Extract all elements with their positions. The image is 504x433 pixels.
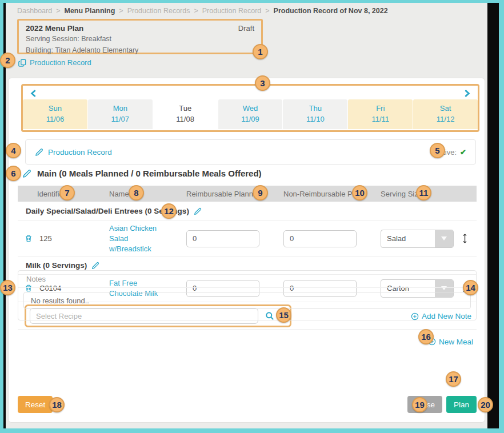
annotation-badge-13: 13: [0, 280, 15, 295]
new-meal-button[interactable]: New Meal: [428, 338, 473, 346]
annotation-badge-12: 12: [161, 203, 177, 219]
day-name: Sun: [23, 103, 87, 114]
annotation-badge-1: 1: [253, 44, 268, 59]
breadcrumb-production-record[interactable]: Production Record: [202, 7, 262, 15]
serving-size-select[interactable]: Salad: [381, 230, 454, 248]
notes-title: Notes: [18, 271, 476, 288]
page: { "breadcrumb": { "separator": ">", "ite…: [0, 0, 504, 433]
day-date: 11/10: [283, 114, 347, 125]
breadcrumb-production-records[interactable]: Production Records: [127, 7, 190, 15]
breadcrumb-separator: >: [119, 7, 123, 15]
serving-size-value: Salad: [381, 234, 435, 243]
delete-row-icon[interactable]: [25, 234, 33, 243]
new-meal-row: New Meal: [18, 330, 477, 346]
new-meal-label: New Meal: [439, 338, 473, 346]
annotation-badge-3: 3: [255, 75, 270, 91]
day-name: Tue: [153, 103, 218, 114]
meals-table: Identifier Name Reimbursable Planned Non…: [18, 186, 477, 346]
annotation-badge-7: 7: [59, 185, 75, 201]
copy-icon: [18, 59, 26, 67]
day-tab-tue-selected[interactable]: Tue 11/08: [153, 99, 218, 129]
notes-empty-message: No results found..: [23, 292, 471, 309]
production-record-bar: Production Record Active: ✔: [25, 139, 476, 165]
annotation-badge-19: 19: [412, 397, 427, 412]
annotation-badge-6: 6: [6, 166, 21, 181]
annotation-badge-17: 17: [446, 371, 461, 387]
column-header-identifier: Identifier: [18, 190, 92, 198]
table-row: 125 Asian Chicken Salad w/Breadstick Sal…: [18, 221, 477, 256]
breadcrumb-dashboard[interactable]: Dashboard: [17, 7, 52, 15]
reset-button[interactable]: Reset: [18, 396, 53, 413]
pencil-icon[interactable]: [194, 207, 202, 215]
day-tab-fri[interactable]: Fri 11/11: [348, 99, 413, 129]
menu-plan-summary-card: 2022 Menu Plan Draft Serving Session: Br…: [17, 19, 263, 54]
plus-circle-icon: [411, 312, 419, 320]
annotation-badge-2: 2: [0, 53, 15, 68]
recipe-name-link[interactable]: Asian Chicken Salad w/Breadstick: [92, 223, 175, 254]
add-new-note-label: Add New Note: [422, 312, 471, 320]
plan-button[interactable]: Plan: [446, 396, 477, 413]
production-record-link-top[interactable]: Production Record: [18, 58, 91, 67]
day-name: Thu: [283, 103, 347, 114]
production-record-edit-label: Production Record: [48, 148, 112, 157]
annotation-badge-9: 9: [253, 185, 268, 201]
row-identifier: 125: [39, 234, 52, 243]
breadcrumb: Dashboard > Menu Planning > Production R…: [17, 7, 388, 15]
previous-week-icon[interactable]: [30, 90, 37, 97]
day-date: 11/11: [348, 114, 413, 125]
production-record-panel: Sun 11/06 Mon 11/07 Tue 11/08 Wed 11/09 …: [8, 78, 485, 423]
day-date: 11/12: [413, 114, 478, 125]
annotation-badge-20: 20: [478, 397, 493, 412]
status-badge: Draft: [238, 24, 254, 33]
breadcrumb-separator: >: [265, 7, 269, 15]
day-tab-mon[interactable]: Mon 11/07: [88, 99, 153, 129]
table-header-row: Identifier Name Reimbursable Planned Non…: [18, 186, 477, 202]
pencil-icon[interactable]: [22, 169, 31, 178]
meal-section-title: Main (0 Meals Planned / 0 Reimbursable M…: [37, 169, 262, 178]
day-date: 11/09: [218, 114, 283, 125]
production-record-edit-link[interactable]: Production Record: [35, 148, 112, 157]
footer-actions: Reset Close Plan: [18, 396, 477, 413]
pencil-icon[interactable]: [91, 262, 99, 270]
day-date: 11/08: [153, 114, 218, 125]
annotation-badge-10: 10: [352, 185, 367, 201]
day-name: Wed: [218, 103, 283, 114]
annotation-badge-5: 5: [430, 143, 445, 158]
chevron-down-icon[interactable]: [435, 230, 453, 247]
drag-handle[interactable]: [455, 234, 477, 243]
column-header-serving-size: Serving Size: [369, 190, 455, 198]
annotation-badge-14: 14: [463, 280, 478, 295]
day-tab-wed[interactable]: Wed 11/09: [218, 99, 283, 129]
annotation-badge-16: 16: [418, 329, 434, 344]
active-check-icon: ✔: [460, 148, 466, 157]
breadcrumb-current-page: Production Record of Nov 8, 2022: [274, 7, 388, 15]
add-new-note-button[interactable]: Add New Note: [411, 312, 471, 320]
meal-group-label: Milk (0 Servings): [26, 261, 87, 270]
annotation-badge-4: 4: [6, 143, 21, 158]
breadcrumb-separator: >: [56, 7, 60, 15]
annotation-badge-8: 8: [129, 185, 144, 201]
serving-session-label: Serving Session: Breakfast: [26, 34, 254, 44]
week-day-carousel: Sun 11/06 Mon 11/07 Tue 11/08 Wed 11/09 …: [21, 84, 479, 132]
production-record-link-label: Production Record: [30, 58, 91, 67]
annotation-badge-11: 11: [416, 185, 431, 201]
notes-panel: Notes No results found.. Add New Note: [18, 270, 477, 320]
menu-plan-title: 2022 Menu Plan: [26, 24, 83, 33]
day-tabs: Sun 11/06 Mon 11/07 Tue 11/08 Wed 11/09 …: [23, 99, 478, 129]
day-date: 11/06: [23, 114, 87, 125]
day-name: Sat: [413, 103, 478, 114]
day-date: 11/07: [88, 114, 153, 125]
app-window: Dashboard > Menu Planning > Production R…: [6, 3, 487, 428]
reimbursable-planned-input[interactable]: [186, 230, 259, 247]
day-tab-sat[interactable]: Sat 11/12: [413, 99, 478, 129]
day-tab-sun[interactable]: Sun 11/06: [23, 99, 87, 129]
day-tab-thu[interactable]: Thu 11/10: [283, 99, 347, 129]
annotation-badge-15: 15: [276, 307, 291, 323]
day-name: Fri: [348, 103, 413, 114]
next-week-icon[interactable]: [464, 90, 471, 97]
breadcrumb-menu-planning[interactable]: Menu Planning: [64, 7, 115, 15]
day-name: Mon: [88, 103, 153, 114]
non-reimbursable-planned-input[interactable]: [283, 230, 357, 247]
annotation-badge-18: 18: [49, 397, 65, 412]
breadcrumb-separator: >: [194, 7, 198, 15]
